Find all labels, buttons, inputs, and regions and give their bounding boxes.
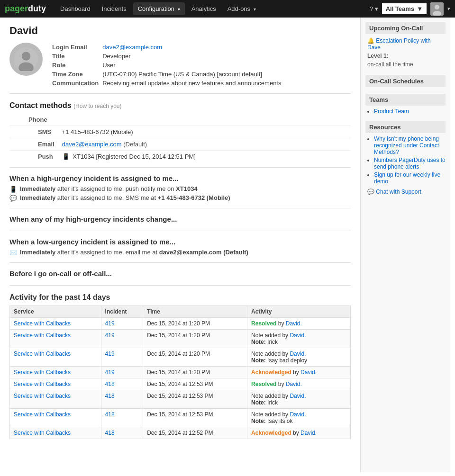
push-label: Push [9, 151, 58, 163]
user-avatar [9, 43, 43, 76]
table-row: Service with Callbacks418Dec 15, 2014 at… [10, 427, 351, 439]
nav-configuration[interactable]: Configuration ▾ [133, 2, 185, 15]
nav-dashboard[interactable]: Dashboard [55, 2, 95, 15]
email-icon: ✉️ [9, 249, 17, 256]
service-link[interactable]: Service with Callbacks [14, 332, 71, 339]
activity-time: Dec 15, 2014 at 1:20 PM [143, 318, 247, 330]
nav-analytics[interactable]: Analytics [187, 2, 221, 15]
user-details: Login Email dave2@example.com Title Deve… [52, 43, 285, 88]
service-link[interactable]: Service with Callbacks [14, 350, 71, 357]
addons-caret: ▾ [254, 7, 256, 12]
svg-point-1 [435, 5, 439, 9]
nav-addons[interactable]: Add-ons ▾ [223, 2, 261, 15]
nav-incidents[interactable]: Incidents [97, 2, 131, 15]
push-device: XT1034 [176, 185, 198, 192]
activity-table: Service Incident Time Activity Service w… [9, 305, 351, 439]
sms-number: +1 415-483-6732 (Mobile) [158, 194, 230, 201]
incident-link[interactable]: 418 [105, 430, 115, 436]
login-email-label: Login Email [52, 43, 102, 52]
resource-link[interactable]: Sign up for our weekly live demo [374, 171, 440, 185]
help-button[interactable]: ? ▾ [370, 5, 378, 12]
incident-link[interactable]: 419 [105, 369, 115, 376]
resource-link[interactable]: Numbers PagerDuty uses to send phone ale… [374, 157, 446, 170]
incident-link[interactable]: 418 [105, 411, 115, 418]
oncall-policy-link[interactable]: Escalation Policy with Dave [367, 37, 431, 51]
activity-time: Dec 15, 2014 at 1:20 PM [143, 367, 247, 378]
col-incident: Incident [101, 306, 143, 318]
incident-link[interactable]: 419 [105, 332, 115, 339]
service-link[interactable]: Service with Callbacks [14, 411, 71, 418]
teams-caret: ▼ [417, 5, 423, 12]
sms-value: +1 415-483-6732 (Mobile) [58, 126, 351, 138]
user-avatar-nav[interactable] [430, 2, 444, 16]
incident-link[interactable]: 418 [105, 381, 115, 387]
resource-link[interactable]: Why isn't my phone being recognized unde… [374, 135, 439, 155]
chat-icon: 💬 [367, 189, 374, 195]
incident-link[interactable]: 419 [105, 350, 115, 357]
contact-table: Phone SMS +1 415-483-6732 (Mobile) Email… [9, 114, 351, 162]
incident-link[interactable]: 419 [105, 320, 115, 327]
timezone-label: Time Zone [52, 70, 102, 79]
table-row: Service with Callbacks419Dec 15, 2014 at… [10, 348, 351, 367]
timezone-value: (UTC-07:00) Pacific Time (US & Canada) [… [102, 70, 285, 79]
page-layout: David Login Email dave2@example.com Tit [0, 18, 455, 472]
service-link[interactable]: Service with Callbacks [14, 393, 71, 399]
immediately-label-2: Immediately [20, 194, 55, 201]
oncall-desc: on-call all the time [365, 60, 446, 69]
high-urgency-change-title: When any of my high-urgency incidents ch… [9, 215, 351, 223]
notif-email-item: ✉️ Immediately after it's assigned to me… [9, 249, 351, 256]
teams-selector[interactable]: All Teams ▼ [382, 3, 427, 14]
chat-link[interactable]: Chat with Support [376, 189, 421, 195]
activity-cell: Resolved by David. [247, 318, 351, 330]
teams-section-title: Teams [365, 94, 446, 106]
service-link[interactable]: Service with Callbacks [14, 369, 71, 376]
title-value: Developer [102, 52, 285, 61]
low-urgency-title: When a low-urgency incident is assigned … [9, 238, 351, 246]
service-link[interactable]: Service with Callbacks [14, 430, 71, 436]
table-row: Service with Callbacks418Dec 15, 2014 at… [10, 390, 351, 409]
svg-point-4 [22, 52, 31, 61]
low-urgency-section: When a low-urgency incident is assigned … [9, 238, 351, 263]
resource-item: Numbers PagerDuty uses to send phone ale… [374, 157, 446, 170]
email-address: dave2@example.com (Default) [159, 249, 248, 256]
role-label: Role [52, 61, 102, 70]
login-email-link[interactable]: dave2@example.com [102, 44, 162, 51]
oncall-level: Level 1: [365, 52, 446, 60]
resources-section: Resources Why isn't my phone being recog… [365, 121, 446, 196]
logo[interactable]: pagerduty [5, 4, 46, 14]
activity-cell: Acknowledged by David. [247, 427, 351, 439]
phone-icon: 📱 [9, 186, 17, 193]
page-title: David [9, 25, 351, 37]
user-info-section: Login Email dave2@example.com Title Deve… [9, 43, 351, 94]
resource-item: Why isn't my phone being recognized unde… [374, 135, 446, 155]
schedules-title: On-Call Schedules [365, 75, 446, 87]
teams-section: Teams Product Team [365, 94, 446, 115]
activity-title: Activity for the past 14 days [9, 293, 351, 302]
resources-title: Resources [365, 121, 446, 133]
activity-cell: Note added by David.Note: Irick [247, 330, 351, 348]
incident-link[interactable]: 418 [105, 393, 115, 399]
contact-methods-title-text: Contact methods [9, 101, 72, 109]
table-row: Service with Callbacks419Dec 15, 2014 at… [10, 367, 351, 378]
notif-sms-item: 💬 Immediately after it's assigned to me,… [9, 194, 351, 202]
communication-value: Receiving email updates about new featur… [102, 79, 285, 88]
resource-item: Sign up for our weekly live demo [374, 171, 446, 185]
activity-cell: Acknowledged by David. [247, 367, 351, 378]
team-link[interactable]: Product Team [374, 108, 409, 115]
activity-section: Activity for the past 14 days Service In… [9, 293, 351, 439]
email-link[interactable]: dave2@example.com [62, 141, 122, 148]
configuration-caret: ▾ [178, 7, 180, 12]
push-value: XT1034 [Registered Dec 15, 2014 12:51 PM… [73, 153, 195, 160]
contact-methods-title: Contact methods (How to reach you) [9, 101, 351, 110]
high-urgency-change-section: When any of my high-urgency incidents ch… [9, 215, 351, 231]
oncall-section: Before I go on-call or off-call... [9, 269, 351, 286]
activity-cell: Note added by David.Note: !say its ok [247, 409, 351, 427]
nav-links: Dashboard Incidents Configuration ▾ Anal… [55, 2, 370, 15]
table-row: Service with Callbacks419Dec 15, 2014 at… [10, 330, 351, 348]
chat-support[interactable]: 💬 Chat with Support [365, 188, 446, 196]
col-activity: Activity [247, 306, 351, 318]
service-link[interactable]: Service with Callbacks [14, 381, 71, 387]
email-default: (Default) [123, 141, 147, 148]
avatar-caret[interactable]: ▾ [447, 6, 450, 12]
service-link[interactable]: Service with Callbacks [14, 320, 71, 327]
